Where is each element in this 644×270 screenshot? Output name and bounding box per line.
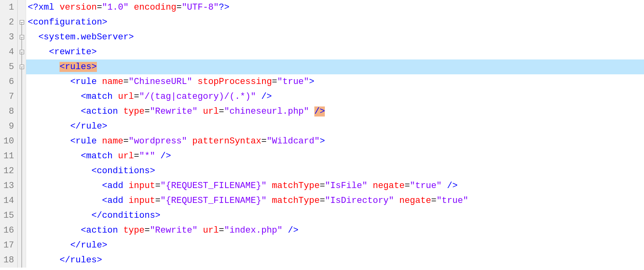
code-line[interactable]: <add input="{REQUEST_FILENAME}" matchTyp… [26,193,644,208]
line-number[interactable]: 6 [2,74,14,89]
line-number[interactable]: 1 [2,0,14,15]
fold-guide [18,164,26,178]
code-line[interactable]: <match url="*" /> [26,149,644,164]
fold-guide [18,208,26,223]
line-number[interactable]: 9 [2,119,14,134]
code-line[interactable]: </rule> [26,119,644,134]
highlighted-match: <rule [59,62,86,72]
fold-guide [18,119,26,134]
code-line[interactable]: <rule name="wordpress" patternSyntax="Wi… [26,134,644,149]
fold-gutter[interactable] [18,0,26,268]
code-line[interactable]: <action type="Rewrite" url="index.php" /… [26,223,644,238]
code-line[interactable]: <rewrite> [26,45,644,59]
line-number[interactable]: 17 [2,238,14,253]
line-number[interactable]: 3 [2,30,14,45]
fold-guide [18,104,26,119]
code-editor[interactable]: 1 2 3 4 5 6 7 8 9 10 11 12 13 14 15 16 1… [0,0,644,268]
line-number[interactable]: 16 [2,223,14,238]
fold-guide [18,149,26,164]
line-number[interactable]: 8 [2,104,14,119]
fold-guide [18,134,26,149]
line-number[interactable]: 11 [2,149,14,164]
fold-guide [18,238,26,253]
line-number[interactable]: 18 [2,253,14,268]
line-number-gutter[interactable]: 1 2 3 4 5 6 7 8 9 10 11 12 13 14 15 16 1… [0,0,18,268]
fold-toggle[interactable] [18,45,26,59]
code-line[interactable]: <conditions> [26,164,644,178]
line-number[interactable]: 15 [2,208,14,223]
code-line[interactable]: <system.webServer> [26,30,644,45]
code-line[interactable]: <configuration> [26,15,644,30]
code-line[interactable]: <add input="{REQUEST_FILENAME}" matchTyp… [26,178,644,193]
code-line-active[interactable]: <rules> [26,59,644,74]
code-line[interactable]: <action type="Rewrite" url="chineseurl.p… [26,104,644,119]
line-number[interactable]: 14 [2,193,14,208]
line-number[interactable]: 10 [2,134,14,149]
fold-guide [18,223,26,238]
line-number[interactable]: 7 [2,89,14,104]
fold-toggle[interactable] [18,59,26,74]
fold-cell [18,0,26,15]
line-number[interactable]: 4 [2,45,14,59]
code-area[interactable]: <?xml version="1.0" encoding="UTF-8"?> <… [26,0,644,268]
fold-guide [18,193,26,208]
code-line[interactable]: <rule name="ChineseURL" stopProcessing="… [26,74,644,89]
line-number[interactable]: 2 [2,15,14,30]
code-line[interactable]: </rule> [26,238,644,253]
fold-guide [18,74,26,89]
code-line[interactable]: </conditions> [26,208,644,223]
fold-guide [18,178,26,193]
highlighted-match: s> [86,62,96,72]
code-line[interactable]: <match url="/(tag|category)/(.*)" /> [26,89,644,104]
line-number[interactable]: 12 [2,164,14,178]
fold-guide [18,253,26,268]
fold-toggle[interactable] [18,15,26,30]
line-number[interactable]: 5 [2,59,14,74]
fold-guide [18,89,26,104]
highlighted-match: /> [314,106,325,117]
code-line[interactable]: <?xml version="1.0" encoding="UTF-8"?> [26,0,644,15]
line-number[interactable]: 13 [2,178,14,193]
fold-toggle[interactable] [18,30,26,45]
code-line[interactable]: </rules> [26,253,644,268]
